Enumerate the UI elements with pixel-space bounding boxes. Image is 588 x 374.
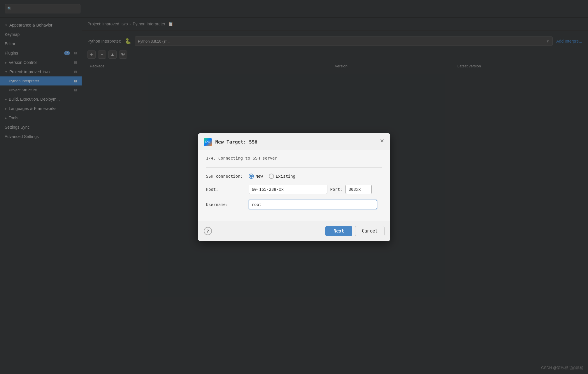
- ssh-connection-label: SSH connection:: [206, 174, 244, 179]
- dialog-body: 1/4. Connecting to SSH server SSH connec…: [198, 150, 390, 221]
- username-row: Username:: [206, 200, 382, 209]
- help-button[interactable]: ?: [204, 227, 212, 235]
- host-row: Host: Port:: [206, 185, 382, 194]
- radio-existing-circle[interactable]: [269, 174, 274, 179]
- pycharm-icon: PC: [204, 138, 212, 146]
- radio-existing[interactable]: Existing: [269, 174, 295, 179]
- dialog-overlay: PC New Target: SSH ✕ 1/4. Connecting to …: [0, 0, 588, 374]
- host-input[interactable]: [249, 185, 327, 194]
- dialog-footer: ? Next Cancel: [198, 221, 390, 241]
- dialog-step-label: 1/4. Connecting to SSH server: [206, 156, 382, 160]
- username-input[interactable]: [249, 200, 377, 209]
- host-label: Host:: [206, 187, 244, 192]
- cancel-button[interactable]: Cancel: [355, 226, 384, 236]
- dialog-divider: [206, 167, 382, 168]
- port-label: Port:: [330, 187, 343, 192]
- radio-new[interactable]: New: [249, 174, 263, 179]
- port-input[interactable]: [345, 185, 372, 194]
- username-label: Username:: [206, 202, 244, 207]
- dialog-title-bar: PC New Target: SSH ✕: [198, 133, 390, 150]
- next-button[interactable]: Next: [325, 226, 352, 236]
- host-port-group: Port:: [249, 185, 372, 194]
- dialog-close-button[interactable]: ✕: [379, 137, 386, 144]
- radio-group-connection: New Existing: [249, 174, 296, 179]
- ssh-connection-row: SSH connection: New Existing: [206, 174, 382, 179]
- dialog-title: New Target: SSH: [215, 139, 258, 145]
- footer-buttons: Next Cancel: [325, 226, 384, 236]
- radio-new-label: New: [256, 174, 263, 179]
- radio-existing-label: Existing: [276, 174, 295, 179]
- radio-new-circle[interactable]: [249, 174, 254, 179]
- new-target-ssh-dialog: PC New Target: SSH ✕ 1/4. Connecting to …: [198, 133, 390, 241]
